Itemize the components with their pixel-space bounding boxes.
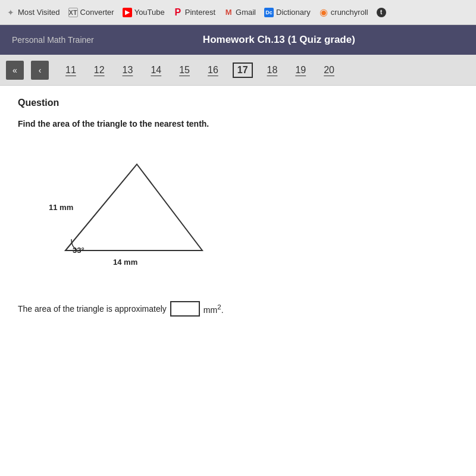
toolbar-most-visited[interactable]: ✦ Most Visited <box>6 8 60 17</box>
answer-line: The area of the triangle is approximatel… <box>18 301 458 317</box>
app-header-title: Homework Ch.13 (1 Quiz grade) <box>94 34 464 46</box>
app-header-left-label: Personal Math Trainer <box>12 35 94 45</box>
prev-single-button[interactable]: ‹ <box>31 61 49 80</box>
side-label: 11 mm <box>49 203 73 212</box>
toolbar-youtube[interactable]: ▶ YouTube <box>123 8 165 17</box>
converter-icon: XT <box>68 8 78 17</box>
gmail-icon: M <box>224 8 233 17</box>
triangle-shape <box>65 164 202 250</box>
toolbar-t[interactable]: t <box>377 8 386 17</box>
youtube-label: YouTube <box>134 8 165 17</box>
prev-double-button[interactable]: « <box>6 61 24 80</box>
page-num-19[interactable]: 19 <box>292 62 309 78</box>
dictionary-icon: Dc <box>264 8 274 17</box>
youtube-icon: ▶ <box>123 8 132 17</box>
page-num-16[interactable]: 16 <box>204 62 222 78</box>
page-num-14[interactable]: 14 <box>147 62 165 78</box>
gmail-label: Gmail <box>236 8 256 17</box>
toolbar-gmail[interactable]: M Gmail <box>224 8 256 17</box>
toolbar-converter[interactable]: XT Converter <box>68 8 114 17</box>
page-numbers: 11121314151617181920 <box>62 62 338 78</box>
page-num-20[interactable]: 20 <box>320 62 338 78</box>
app-header: Personal Math Trainer Homework Ch.13 (1 … <box>0 25 476 55</box>
toolbar-crunchyroll[interactable]: ◉ crunchyroll <box>319 8 368 17</box>
question-text: Find the area of the triangle to the nea… <box>18 119 458 129</box>
page-container: Personal Math Trainer Homework Ch.13 (1 … <box>0 25 476 476</box>
answer-suffix: mm2. <box>203 303 224 315</box>
converter-label: Converter <box>80 8 114 17</box>
page-num-17[interactable]: 17 <box>233 62 253 78</box>
toolbar-pinterest[interactable]: P Pinterest <box>173 8 215 17</box>
diagram-container: 11 mm 33° 14 mm <box>36 146 244 283</box>
section-label: Question <box>18 98 458 108</box>
star-icon: ✦ <box>6 8 15 17</box>
pinterest-icon: P <box>173 8 183 17</box>
page-num-12[interactable]: 12 <box>90 62 108 78</box>
base-label: 14 mm <box>113 258 137 267</box>
question-area: Question Find the area of the triangle t… <box>0 86 476 328</box>
angle-label: 33° <box>73 246 84 255</box>
page-num-15[interactable]: 15 <box>176 62 193 78</box>
crunchyroll-icon: ◉ <box>319 8 328 17</box>
answer-prefix: The area of the triangle is approximatel… <box>18 304 167 314</box>
crunchyroll-label: crunchyroll <box>331 8 368 17</box>
pagination-bar: « ‹ 11121314151617181920 <box>0 55 476 86</box>
dictionary-label: Dictionary <box>276 8 311 17</box>
page-num-13[interactable]: 13 <box>119 62 137 78</box>
most-visited-label: Most Visited <box>18 8 60 17</box>
page-num-11[interactable]: 11 <box>62 62 80 78</box>
page-num-18[interactable]: 18 <box>264 62 281 78</box>
browser-toolbar: ✦ Most Visited XT Converter ▶ YouTube P … <box>0 0 476 25</box>
toolbar-dictionary[interactable]: Dc Dictionary <box>264 8 311 17</box>
answer-input[interactable] <box>170 301 200 317</box>
exponent: 2 <box>217 303 221 311</box>
pinterest-label: Pinterest <box>185 8 215 17</box>
t-icon: t <box>377 8 386 17</box>
